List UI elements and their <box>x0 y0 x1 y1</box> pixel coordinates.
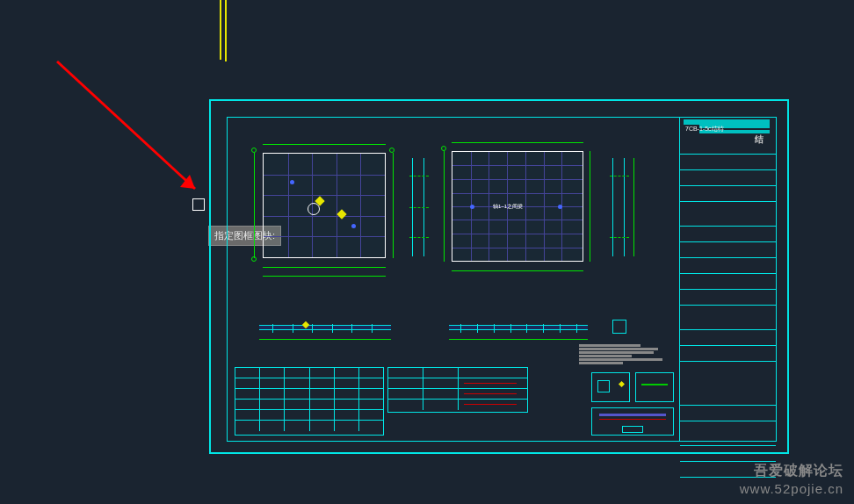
table-1 <box>235 367 384 436</box>
drawing-number: 7CB-1-5c结特 <box>685 125 724 133</box>
guide-line <box>225 0 227 61</box>
tb-row <box>680 155 776 170</box>
cursor-pickbox[interactable] <box>192 198 205 211</box>
tb-row <box>680 330 776 346</box>
section-strip <box>412 158 424 256</box>
tb-row <box>680 242 776 258</box>
tb-row <box>680 290 776 306</box>
notes-block <box>579 343 674 365</box>
tb-row <box>680 406 776 421</box>
plan2-label: 轴1~1之间梁 <box>493 203 523 211</box>
drawing-frame[interactable]: 结 7CB-1-5c结特 <box>209 99 789 454</box>
tb-row <box>680 186 776 202</box>
watermark-line1: 吾爱破解论坛 <box>740 462 843 480</box>
watermark-line2: www.52pojie.cn <box>740 480 843 498</box>
watermark: 吾爱破解论坛 www.52pojie.cn <box>740 462 843 497</box>
cad-canvas[interactable]: 指定图框图块: <box>0 0 854 504</box>
annotation-arrow <box>53 57 220 198</box>
section-b <box>449 325 588 330</box>
tb-row <box>680 306 776 330</box>
section-a <box>259 325 391 330</box>
tb-row <box>680 202 776 227</box>
inner-border: 结 7CB-1-5c结特 <box>227 117 777 442</box>
plan-view-right: 轴1~1之间梁 <box>452 151 583 262</box>
drawing-area[interactable]: 轴1~1之间梁 <box>228 118 679 441</box>
section-strip <box>612 158 625 256</box>
plan-view-left <box>263 153 386 258</box>
tb-row <box>680 227 776 242</box>
tb-row <box>680 274 776 290</box>
tb-row <box>680 346 776 362</box>
tb-row <box>680 446 776 462</box>
guide-line <box>220 0 221 60</box>
tb-title-row: 结 <box>680 362 776 406</box>
table-2 <box>387 367 528 413</box>
title-block: 结 7CB-1-5c结特 <box>679 118 776 441</box>
tb-row <box>680 258 776 274</box>
schedule-tables <box>235 367 676 436</box>
section-detail <box>612 320 626 334</box>
center-mark-icon <box>308 203 320 215</box>
tb-row <box>680 170 776 186</box>
sheet-label: 结 <box>755 133 764 146</box>
svg-marker-1 <box>180 175 195 189</box>
tb-drawing-no: 7CB-1-5c结特 <box>680 421 776 446</box>
svg-line-0 <box>57 61 195 189</box>
